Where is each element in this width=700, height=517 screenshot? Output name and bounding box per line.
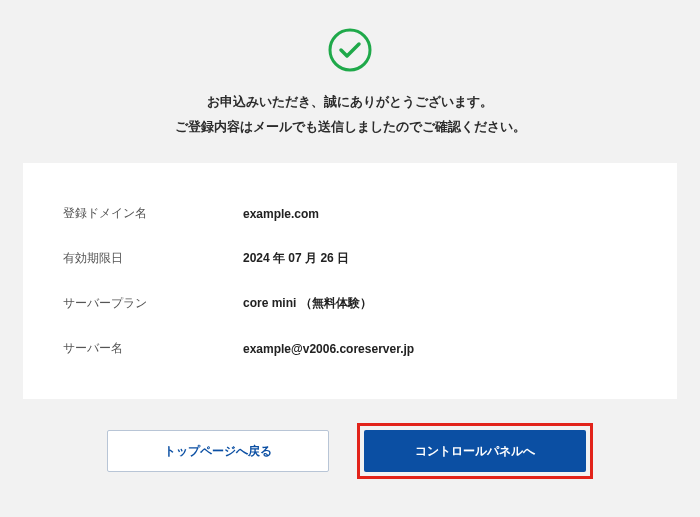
confirmation-message: お申込みいただき、誠にありがとうございます。 ご登録内容はメールでも送信しました…: [175, 90, 526, 139]
control-panel-button[interactable]: コントロールパネルへ: [364, 430, 586, 472]
label-domain: 登録ドメイン名: [63, 205, 243, 222]
back-to-top-button[interactable]: トップページへ戻る: [107, 430, 329, 472]
detail-row-domain: 登録ドメイン名 example.com: [63, 191, 637, 236]
detail-row-expiry: 有効期限日 2024 年 07 月 26 日: [63, 236, 637, 281]
svg-point-0: [330, 30, 370, 70]
value-expiry: 2024 年 07 月 26 日: [243, 250, 349, 267]
message-line-1: お申込みいただき、誠にありがとうございます。: [175, 90, 526, 115]
detail-row-plan: サーバープラン core mini （無料体験）: [63, 281, 637, 326]
label-server: サーバー名: [63, 340, 243, 357]
detail-row-server: サーバー名 example@v2006.coreserver.jp: [63, 326, 637, 371]
label-expiry: 有効期限日: [63, 250, 243, 267]
registration-details-card: 登録ドメイン名 example.com 有効期限日 2024 年 07 月 26…: [23, 163, 677, 399]
value-domain: example.com: [243, 207, 319, 221]
label-plan: サーバープラン: [63, 295, 243, 312]
value-plan: core mini （無料体験）: [243, 295, 372, 312]
success-check-icon: [328, 28, 372, 72]
action-buttons: トップページへ戻る コントロールパネルへ: [107, 423, 593, 479]
value-server: example@v2006.coreserver.jp: [243, 342, 414, 356]
message-line-2: ご登録内容はメールでも送信しましたのでご確認ください。: [175, 115, 526, 140]
highlighted-button-frame: コントロールパネルへ: [357, 423, 593, 479]
